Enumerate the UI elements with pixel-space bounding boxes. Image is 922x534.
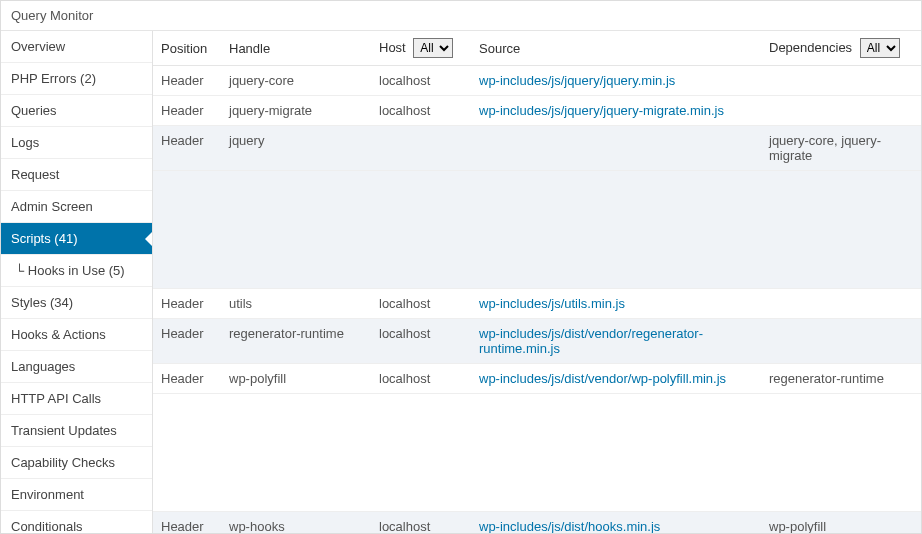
spacer-row — [153, 171, 921, 289]
cell-source: wp-includes/js/dist/vendor/wp-polyfill.m… — [471, 364, 761, 394]
table-row: Headerjquery-migratelocalhostwp-includes… — [153, 96, 921, 126]
cell-position: Header — [153, 289, 221, 319]
cell-handle: jquery-migrate — [221, 96, 371, 126]
cell-host: localhost — [371, 289, 471, 319]
sidebar-item-8[interactable]: Styles (34) — [1, 287, 152, 319]
cell-source: wp-includes/js/jquery/jquery-migrate.min… — [471, 96, 761, 126]
col-header-handle[interactable]: Handle — [221, 31, 371, 66]
sidebar-item-6[interactable]: Scripts (41) — [1, 223, 152, 255]
cell-position: Header — [153, 512, 221, 534]
cell-source — [471, 126, 761, 171]
cell-dependencies — [761, 66, 921, 96]
cell-dependencies — [761, 319, 921, 364]
source-link[interactable]: wp-includes/js/dist/vendor/wp-polyfill.m… — [479, 371, 726, 386]
cell-handle: regenerator-runtime — [221, 319, 371, 364]
cell-host: localhost — [371, 319, 471, 364]
sidebar-item-5[interactable]: Admin Screen — [1, 191, 152, 223]
sidebar-item-0[interactable]: Overview — [1, 31, 152, 63]
cell-source: wp-includes/js/dist/vendor/regenerator-r… — [471, 319, 761, 364]
panel-title: Query Monitor — [11, 8, 93, 23]
sidebar-item-1[interactable]: PHP Errors (2) — [1, 63, 152, 95]
cell-source: wp-includes/js/jquery/jquery.min.js — [471, 66, 761, 96]
cell-handle: jquery — [221, 126, 371, 171]
source-link[interactable]: wp-includes/js/jquery/jquery.min.js — [479, 73, 675, 88]
sidebar-item-15[interactable]: Conditionals — [1, 511, 152, 533]
host-filter-select[interactable]: All — [413, 38, 453, 58]
table-row: Headerutilslocalhostwp-includes/js/utils… — [153, 289, 921, 319]
sidebar-item-7[interactable]: └ Hooks in Use (5) — [1, 255, 152, 287]
cell-position: Header — [153, 364, 221, 394]
cell-dependencies — [761, 96, 921, 126]
col-header-source[interactable]: Source — [471, 31, 761, 66]
spacer-row — [153, 394, 921, 512]
cell-dependencies: wp-polyfill — [761, 512, 921, 534]
cell-handle: jquery-core — [221, 66, 371, 96]
dependencies-filter-select[interactable]: All — [860, 38, 900, 58]
sidebar-item-13[interactable]: Capability Checks — [1, 447, 152, 479]
sidebar-item-11[interactable]: HTTP API Calls — [1, 383, 152, 415]
col-header-host[interactable]: Host All — [371, 31, 471, 66]
cell-host: localhost — [371, 66, 471, 96]
sidebar-item-2[interactable]: Queries — [1, 95, 152, 127]
sidebar-item-12[interactable]: Transient Updates — [1, 415, 152, 447]
sidebar-item-4[interactable]: Request — [1, 159, 152, 191]
cell-source: wp-includes/js/utils.min.js — [471, 289, 761, 319]
cell-dependencies: regenerator-runtime — [761, 364, 921, 394]
cell-host: localhost — [371, 96, 471, 126]
cell-position: Header — [153, 126, 221, 171]
cell-handle: wp-hooks — [221, 512, 371, 534]
cell-dependencies — [761, 289, 921, 319]
col-header-dependencies[interactable]: Dependencies All — [761, 31, 921, 66]
sidebar-item-14[interactable]: Environment — [1, 479, 152, 511]
cell-dependencies: jquery-core, jquery-migrate — [761, 126, 921, 171]
cell-position: Header — [153, 319, 221, 364]
cell-host: localhost — [371, 364, 471, 394]
main-layout: OverviewPHP Errors (2)QueriesLogsRequest… — [1, 31, 921, 533]
source-link[interactable]: wp-includes/js/utils.min.js — [479, 296, 625, 311]
cell-source: wp-includes/js/dist/hooks.min.js — [471, 512, 761, 534]
content-area: Position Handle Host All Source Dependen… — [153, 31, 921, 533]
source-link[interactable]: wp-includes/js/dist/vendor/regenerator-r… — [479, 326, 703, 356]
cell-handle: utils — [221, 289, 371, 319]
table-row: Headerregenerator-runtimelocalhostwp-inc… — [153, 319, 921, 364]
scripts-table: Position Handle Host All Source Dependen… — [153, 31, 921, 533]
table-row: Headerwp-polyfilllocalhostwp-includes/js… — [153, 364, 921, 394]
table-row: Headerjquery-corelocalhostwp-includes/js… — [153, 66, 921, 96]
sidebar-item-3[interactable]: Logs — [1, 127, 152, 159]
panel-header: Query Monitor — [1, 1, 921, 31]
source-link[interactable]: wp-includes/js/jquery/jquery-migrate.min… — [479, 103, 724, 118]
table-row: Headerjqueryjquery-core, jquery-migrate — [153, 126, 921, 171]
col-header-position[interactable]: Position — [153, 31, 221, 66]
cell-host — [371, 126, 471, 171]
table-row: Headerwp-hookslocalhostwp-includes/js/di… — [153, 512, 921, 534]
cell-host: localhost — [371, 512, 471, 534]
cell-position: Header — [153, 66, 221, 96]
sidebar-item-9[interactable]: Hooks & Actions — [1, 319, 152, 351]
sidebar-item-10[interactable]: Languages — [1, 351, 152, 383]
source-link[interactable]: wp-includes/js/dist/hooks.min.js — [479, 519, 660, 533]
cell-handle: wp-polyfill — [221, 364, 371, 394]
cell-position: Header — [153, 96, 221, 126]
sidebar: OverviewPHP Errors (2)QueriesLogsRequest… — [1, 31, 153, 533]
